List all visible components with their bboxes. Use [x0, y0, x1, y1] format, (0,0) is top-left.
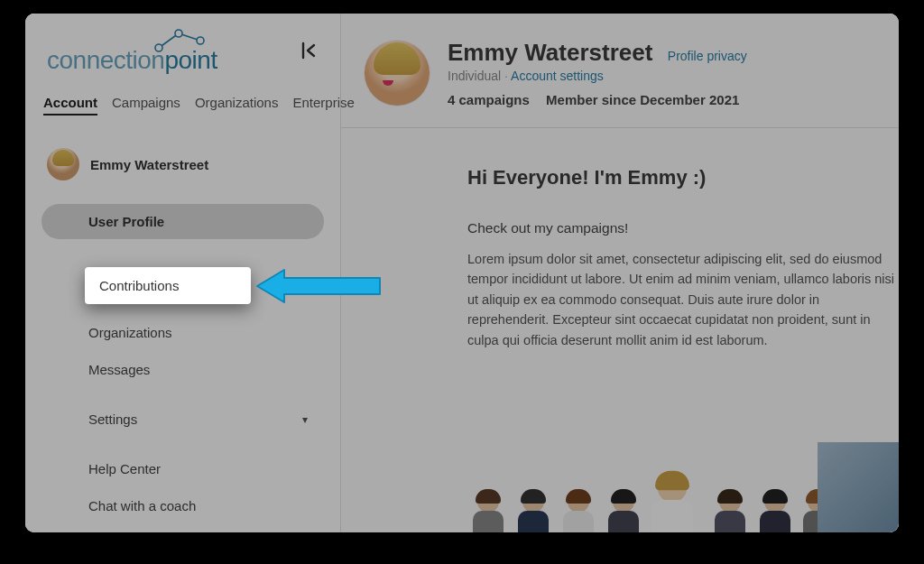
bio-lead: Check out my campaigns!: [467, 220, 899, 236]
profile-name: Emmy Waterstreet: [448, 39, 652, 67]
nav-settings-label: Settings: [88, 411, 137, 427]
chevron-down-icon: ▾: [302, 413, 308, 426]
tab-organizations[interactable]: Organizations: [195, 95, 279, 116]
brand-word-1: connection: [47, 46, 164, 74]
svg-point-4: [197, 37, 204, 44]
tab-campaigns[interactable]: Campaigns: [112, 95, 180, 116]
collapse-sidebar-icon[interactable]: [299, 41, 319, 65]
avatar: [47, 148, 79, 180]
bio-text: Lorem ipsum dolor sit amet, consectetur …: [467, 249, 899, 350]
main-content: Emmy Waterstreet Profile privacy Individ…: [341, 14, 899, 532]
side-photo: [818, 442, 899, 532]
profile-body: Hi Everyone! I'm Emmy :) Check out my ca…: [341, 128, 899, 532]
nav-organizations[interactable]: Organizations: [42, 315, 324, 350]
nav-contributions[interactable]: Contributions: [85, 267, 251, 304]
nav-help-center[interactable]: Help Center: [42, 451, 324, 486]
stat-campaigns: 4 campaigns: [448, 92, 530, 107]
scope-tabs: Account Campaigns Organizations Enterpri…: [42, 84, 324, 123]
bio-heading: Hi Everyone! I'm Emmy :): [467, 166, 899, 190]
avatar: [365, 41, 430, 106]
profile-privacy-link[interactable]: Profile privacy: [668, 49, 747, 63]
sidebar-user[interactable]: Emmy Waterstreet: [42, 123, 324, 199]
nav-messages[interactable]: Messages: [42, 352, 324, 387]
svg-point-3: [175, 30, 182, 37]
stat-member-since: Member since December 2021: [546, 92, 739, 107]
profile-header: Emmy Waterstreet Profile privacy Individ…: [341, 14, 899, 128]
nav-chat-coach[interactable]: Chat with a coach: [42, 488, 324, 523]
sidebar-nav: User Profile . Campaigns Organizations M…: [42, 199, 324, 523]
sidebar-user-name: Emmy Waterstreet: [90, 157, 208, 172]
svg-marker-5: [257, 270, 380, 302]
tab-enterprise[interactable]: Enterprise: [292, 95, 354, 116]
brand-network-icon: [153, 28, 217, 53]
callout-arrow-icon: [255, 267, 382, 305]
profile-type: Individual: [448, 69, 501, 83]
tab-account[interactable]: Account: [43, 95, 97, 116]
brand-logo[interactable]: connectionpoint: [47, 30, 217, 75]
svg-point-2: [155, 44, 162, 51]
nav-user-profile[interactable]: User Profile: [42, 204, 324, 239]
nav-settings[interactable]: Settings ▾: [42, 402, 324, 437]
account-settings-link[interactable]: Account settings: [511, 69, 604, 83]
